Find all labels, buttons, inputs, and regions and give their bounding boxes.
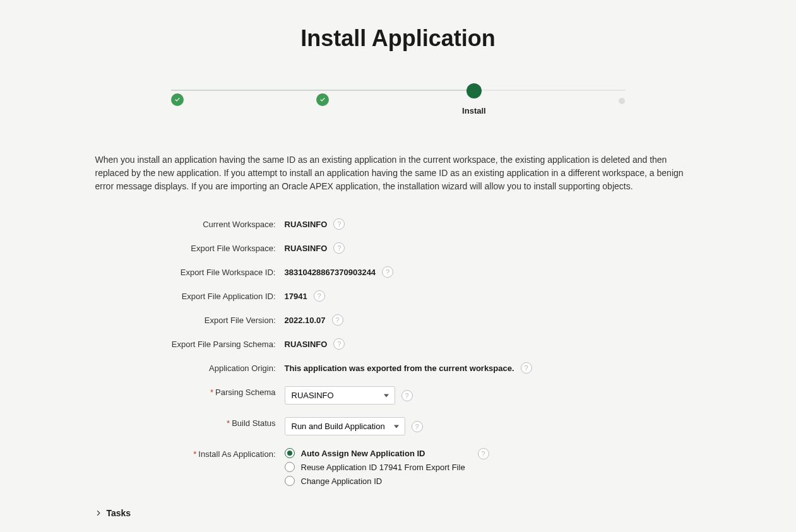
help-icon[interactable]: ? [478,448,489,459]
radio-auto-assign[interactable] [285,448,295,458]
chevron-right-icon [95,508,102,518]
intro-text: When you install an application having t… [95,153,701,193]
value-export-workspace-id: 38310428867370903244 [285,268,376,277]
tasks-label: Tasks [107,508,131,518]
current-step-icon [466,83,482,98]
help-icon[interactable]: ? [521,362,532,374]
install-as-radio-group: Auto Assign New Application ID Reuse App… [285,448,465,486]
install-form: Current Workspace: RUASINFO ? Export Fil… [95,212,701,492]
wizard-step-3-current: Install [462,83,486,115]
progress-line [171,90,626,91]
pending-step-icon [619,98,625,104]
label-export-app-id: Export File Application ID: [95,290,285,301]
parsing-schema-select[interactable]: RUASINFO [285,386,395,405]
label-export-version: Export File Version: [95,314,285,325]
check-icon [171,93,184,106]
label-export-parsing-schema: Export File Parsing Schema: [95,338,285,349]
radio-label-auto: Auto Assign New Application ID [301,449,425,458]
help-icon[interactable]: ? [401,390,413,401]
label-install-as: *Install As Application: [95,448,285,459]
wizard-step-4 [619,95,625,104]
value-export-app-id: 17941 [285,292,307,301]
label-build-status: *Build Status [95,417,285,428]
page-title: Install Application [95,25,701,52]
help-icon[interactable]: ? [333,218,345,230]
tasks-toggle[interactable]: Tasks [95,508,701,518]
value-current-workspace: RUASINFO [285,220,328,229]
value-application-origin: This application was exported from the c… [285,364,514,373]
label-application-origin: Application Origin: [95,362,285,373]
wizard-step-1 [171,93,184,106]
label-export-workspace: Export File Workspace: [95,242,285,253]
value-export-workspace: RUASINFO [285,244,328,253]
help-icon[interactable]: ? [332,314,343,326]
help-icon[interactable]: ? [314,290,325,302]
value-export-version: 2022.10.07 [285,316,326,325]
wizard-progress: Install [171,83,626,115]
radio-label-reuse: Reuse Application ID 17941 From Export F… [301,463,465,472]
help-icon[interactable]: ? [382,266,393,278]
wizard-step-2 [316,93,329,106]
value-export-parsing-schema: RUASINFO [285,340,328,349]
build-status-select[interactable]: Run and Build Application [285,417,405,435]
help-icon[interactable]: ? [412,421,423,432]
radio-label-change: Change Application ID [301,476,383,486]
help-icon[interactable]: ? [333,242,345,254]
radio-change-id[interactable] [285,476,295,486]
label-parsing-schema: *Parsing Schema [95,386,285,397]
check-icon [316,93,329,106]
help-icon[interactable]: ? [333,338,345,350]
current-step-label: Install [462,106,486,115]
label-export-workspace-id: Export File Workspace ID: [95,266,285,277]
label-current-workspace: Current Workspace: [95,218,285,229]
radio-reuse-id[interactable] [285,462,295,472]
